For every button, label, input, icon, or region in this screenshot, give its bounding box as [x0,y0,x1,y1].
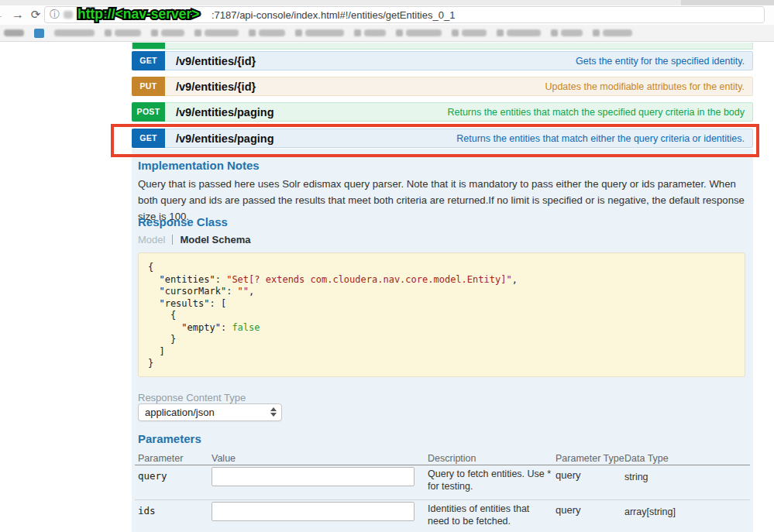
bookmarks-bar [0,25,774,42]
param-row-ids: idsIdentities of entities that need to b… [132,502,753,532]
bookmark-label-redacted [305,29,344,36]
schema-line: } [148,358,735,370]
endpoint-row[interactable]: POST/v9/entities/pagingReturns the entit… [132,102,753,122]
back-icon[interactable]: ← [0,7,5,22]
endpoint-summary: Returns the entities that match the spec… [447,103,745,122]
bookmark-item[interactable] [551,29,593,36]
bookmark-label-redacted [115,29,141,36]
bookmark-label-redacted [161,29,184,36]
param-row-query: queryQuery to fetch entities. Use * for … [132,467,753,499]
endpoint-path[interactable]: /v9/entities/paging [176,103,274,122]
bookmark-item[interactable] [593,29,642,36]
endpoint-path[interactable]: /v9/entities/{id} [176,77,256,96]
schema-line: { [148,310,735,322]
bookmark-item[interactable] [396,29,452,36]
bookmark-favicon [396,29,403,36]
schema-line: } [148,334,735,346]
schema-line: "results": [ [148,298,735,311]
bookmark-item[interactable] [105,29,151,36]
forward-icon[interactable]: → [10,7,26,22]
params-header-divider [135,465,750,465]
param-name: query [138,470,167,482]
param-data-type: string [624,472,648,482]
endpoint-summary: Updates the modifiable attributes for th… [545,77,745,96]
implementation-notes-heading: Implementation Notes [138,159,260,172]
param-value-input-query[interactable] [212,467,415,486]
bookmark-item[interactable] [54,29,105,36]
response-content-type-select[interactable]: application/json [138,403,282,421]
response-content-type-label: Response Content Type [138,392,246,403]
bookmark-favicon [452,29,459,36]
reload-icon[interactable]: ⟳ [28,7,43,22]
response-content-type-value: application/json [145,407,215,418]
param-description: Identities of entities that need to be f… [428,503,552,527]
param-description: Query to fetch entities. Use * for testi… [428,469,552,493]
schema-line: ] [148,346,735,359]
svg-text:http://<nav-server>: http://<nav-server> [77,6,200,22]
col-header-parameter: Parameter [138,453,183,464]
bookmark-favicon [151,29,158,36]
bookmark-favicon [295,29,302,36]
clipped-endpoint-row[interactable] [132,43,753,50]
response-class-tabs: Model Model Schema [138,234,250,245]
redacted-url-fragment [64,11,73,19]
col-header-data-type: Data Type [624,453,669,464]
col-header-parameter-type: Parameter Type [556,453,624,464]
bookmark-item[interactable] [194,29,249,36]
bookmark-item[interactable] [497,29,551,36]
endpoint-row[interactable]: GET/v9/entities/{id}Gets the entity for … [132,51,753,70]
response-schema-snippet[interactable]: { "entities": "Set[? extends com.clouder… [138,252,745,377]
param-type: query [556,504,581,516]
post-method-badge-clipped [132,43,165,49]
url-text: :7187/api-console/index.html#!/entities/… [212,9,455,21]
parameters-heading: Parameters [138,432,201,445]
bookmark-favicon [551,29,558,36]
bookmark-label-redacted [364,29,386,36]
method-badge: GET [132,51,165,70]
response-class-heading: Response Class [138,215,228,228]
bookmark-item[interactable] [354,29,396,36]
browser-window: ← → ⟳ ⓘ http://<nav-server> :7187/api-co… [0,0,774,532]
bookmark-favicon [194,29,201,36]
bookmark-label-redacted [507,29,541,36]
bookmark-label-redacted [561,29,583,36]
bookmark-label-redacted [603,29,632,36]
select-arrows-icon [270,407,277,417]
endpoint-path[interactable]: /v9/entities/{id} [176,52,256,70]
col-header-value: Value [212,453,236,464]
schema-line: "empty": false [148,322,735,335]
param-value-input-ids[interactable] [212,502,415,521]
bookmark-item[interactable] [4,29,34,36]
bookmark-label-redacted [259,29,285,36]
schema-line: { [148,262,735,274]
bookmark-favicon [593,29,600,36]
param-row-divider [135,499,750,500]
schema-line: "cursorMark": "", [148,286,735,298]
bookmark-item[interactable] [151,29,194,36]
bookmark-favicon [34,29,44,38]
url-bar[interactable]: ⓘ http://<nav-server> :7187/api-console/… [44,6,765,23]
schema-line: "entities": "Set[? extends com.cloudera.… [148,274,735,287]
method-badge: PUT [132,77,165,96]
bookmark-label-redacted [205,29,239,36]
annotation-highlight-box [111,124,759,157]
param-name: ids [138,505,156,517]
bookmark-label-redacted [54,29,95,36]
col-header-description: Description [428,453,476,464]
swagger-page: GET/v9/entities/{id}Gets the entity for … [0,43,774,532]
bookmark-favicon [249,29,256,36]
bookmark-item[interactable] [452,29,497,36]
browser-toolbar: ← → ⟳ ⓘ http://<nav-server> :7187/api-co… [0,5,774,25]
bookmark-favicon [105,29,112,36]
tab-strip-shadow [681,0,774,5]
bookmark-label-redacted [4,29,24,36]
tab-model-schema[interactable]: Model Schema [180,234,250,245]
tab-model[interactable]: Model [138,234,165,245]
bookmark-item[interactable] [249,29,295,36]
bookmark-item[interactable] [295,29,354,36]
bookmark-item[interactable] [34,29,54,38]
endpoint-row[interactable]: PUT/v9/entities/{id}Updates the modifiab… [132,77,753,96]
tab-divider [172,235,173,245]
method-badge: POST [132,102,165,122]
page-info-icon[interactable]: ⓘ [50,8,60,22]
